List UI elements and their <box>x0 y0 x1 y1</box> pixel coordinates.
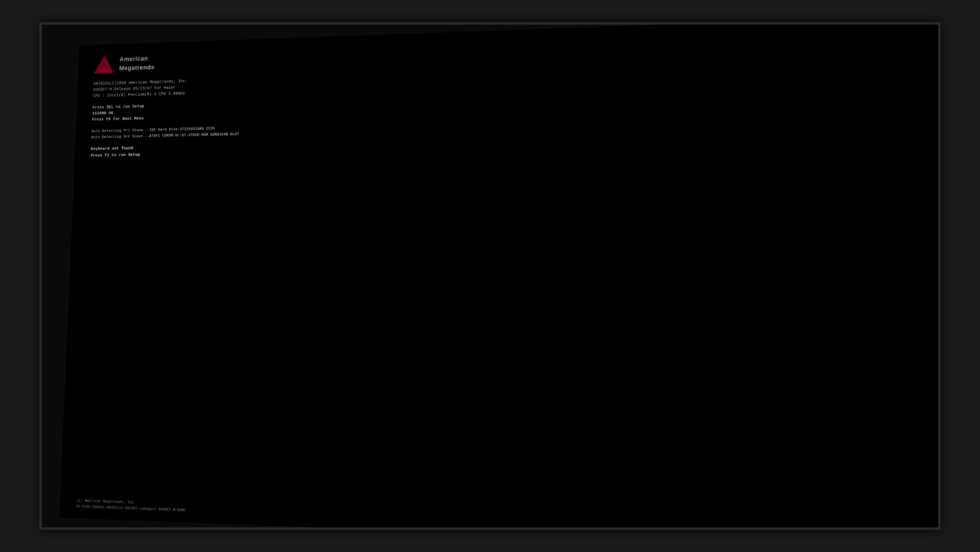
bios-screen: American Megatrends AMIBIOS(C)2006 Ameri… <box>59 22 941 530</box>
ami-brand-text: American Megatrends <box>119 53 155 73</box>
ami-logo <box>94 55 115 76</box>
monitor-frame: American Megatrends AMIBIOS(C)2006 Ameri… <box>39 22 941 530</box>
footer-section: (C) American Megatrends, Inc. 63-0100-00… <box>76 498 941 530</box>
ami-triangle-icon <box>94 55 115 73</box>
brand-line1: American <box>119 53 154 63</box>
brand-line2: Megatrends <box>119 62 154 73</box>
